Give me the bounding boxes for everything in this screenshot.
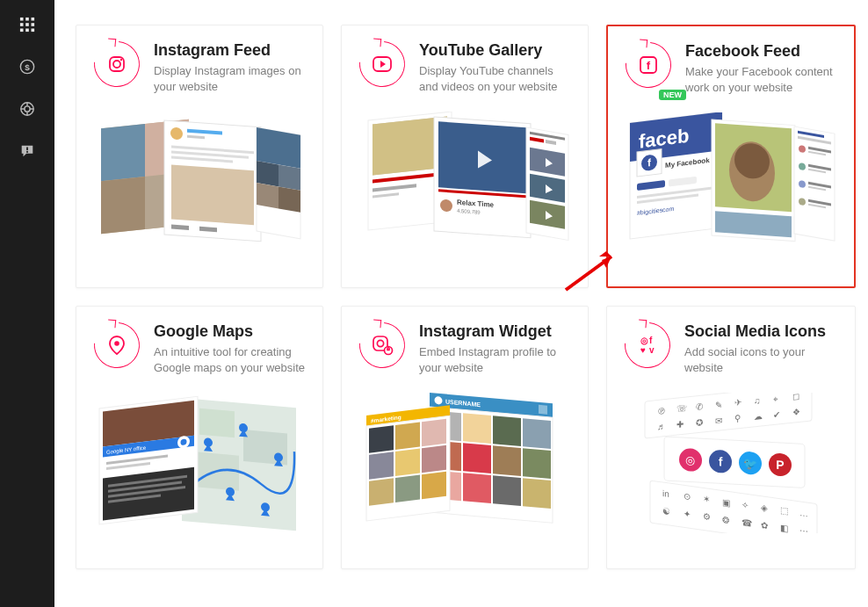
svg-rect-184 xyxy=(650,481,817,533)
svg-rect-4 xyxy=(25,23,29,26)
svg-text:✶: ✶ xyxy=(703,495,710,505)
svg-rect-2 xyxy=(32,18,35,21)
svg-rect-39 xyxy=(257,161,278,186)
svg-rect-151 xyxy=(369,479,394,506)
svg-rect-17 xyxy=(26,148,28,151)
lifebuoy-icon[interactable] xyxy=(18,100,36,118)
svg-rect-158 xyxy=(645,393,812,438)
card-preview: Google NY office xyxy=(94,388,305,538)
svg-rect-0 xyxy=(20,18,24,21)
svg-text:f: f xyxy=(649,336,653,345)
svg-point-20 xyxy=(113,61,120,68)
svg-rect-150 xyxy=(422,445,446,473)
svg-rect-147 xyxy=(422,419,446,446)
svg-text:♫: ♫ xyxy=(754,396,760,407)
svg-text:✿: ✿ xyxy=(761,520,768,531)
svg-point-98 xyxy=(114,341,119,346)
svg-rect-146 xyxy=(395,423,420,450)
card-desc: Make your Facebook content work on your … xyxy=(685,64,836,96)
svg-rect-3 xyxy=(20,23,24,26)
card-social-media-icons[interactable]: ◎f♥v Social Media Icons Add social icons… xyxy=(606,306,856,569)
svg-text:✪: ✪ xyxy=(696,417,703,428)
card-desc: Display Instagram images on your website xyxy=(154,63,305,95)
card-title: Google Maps xyxy=(154,322,305,341)
sidebar: $ xyxy=(0,0,54,607)
apps-icon[interactable] xyxy=(18,16,36,33)
svg-text:$: $ xyxy=(25,62,30,72)
svg-rect-128 xyxy=(539,405,547,415)
svg-text:⌖: ⌖ xyxy=(773,394,778,404)
svg-text:℗: ℗ xyxy=(657,406,666,416)
svg-text:✆: ✆ xyxy=(696,401,703,412)
instagram-icon xyxy=(94,41,140,87)
svg-point-122 xyxy=(377,340,383,346)
svg-text:▣: ▣ xyxy=(722,497,730,508)
svg-rect-40 xyxy=(278,165,300,191)
svg-rect-140 xyxy=(493,476,521,507)
svg-text:◻: ◻ xyxy=(792,393,799,401)
card-desc: Embed Instagram profile to your website xyxy=(419,344,570,376)
facebook-icon: f NEW xyxy=(626,42,671,88)
svg-text:⚲: ⚲ xyxy=(734,414,741,424)
svg-text:in: in xyxy=(662,488,669,499)
svg-rect-6 xyxy=(20,29,24,33)
svg-rect-135 xyxy=(463,444,491,474)
main-content: Instagram Feed Display Instagram images … xyxy=(54,0,868,607)
svg-text:❂: ❂ xyxy=(722,515,729,525)
svg-text:☁: ☁ xyxy=(754,411,763,422)
card-title: Social Media Icons xyxy=(684,322,837,341)
card-grid: Instagram Feed Display Instagram images … xyxy=(76,25,847,569)
svg-rect-148 xyxy=(369,452,394,480)
card-youtube-gallery[interactable]: YouTube Gallery Display YouTube channels… xyxy=(341,25,589,288)
svg-rect-42 xyxy=(278,187,300,213)
svg-text:…: … xyxy=(799,508,808,518)
card-preview xyxy=(94,107,305,257)
svg-text:f: f xyxy=(719,455,723,469)
card-facebook-feed[interactable]: f NEW Facebook Feed Make your Facebook c… xyxy=(606,25,856,288)
svg-text:✔: ✔ xyxy=(773,409,780,420)
card-preview: faceb f My Facebook #bigcitiescom xyxy=(626,108,836,257)
svg-rect-145 xyxy=(369,426,394,453)
card-google-maps[interactable]: Google Maps An intuitive tool for creati… xyxy=(76,306,323,569)
card-instagram-feed[interactable]: Instagram Feed Display Instagram images … xyxy=(76,25,323,288)
svg-text:◧: ◧ xyxy=(780,523,788,533)
svg-text:🐦: 🐦 xyxy=(743,456,758,472)
svg-rect-25 xyxy=(101,177,145,234)
card-desc: An intuitive tool for creating Google ma… xyxy=(154,344,305,376)
svg-rect-132 xyxy=(493,416,521,447)
svg-text:⊙: ⊙ xyxy=(684,492,691,502)
svg-text:◎: ◎ xyxy=(686,454,696,468)
card-preview: Relax Time4,509,789 xyxy=(359,107,570,257)
svg-rect-152 xyxy=(395,475,420,502)
svg-text:⬚: ⬚ xyxy=(780,505,788,516)
svg-text:✈: ✈ xyxy=(734,398,741,408)
svg-rect-18 xyxy=(26,151,28,153)
app-root: $ Instagram Feed Display Instagram image… xyxy=(0,0,868,607)
svg-rect-153 xyxy=(422,472,446,499)
svg-text:f: f xyxy=(647,59,651,72)
svg-text:☯: ☯ xyxy=(662,506,670,517)
svg-text:P: P xyxy=(776,458,784,472)
feedback-icon[interactable] xyxy=(18,142,36,160)
youtube-icon xyxy=(359,41,405,87)
svg-point-12 xyxy=(25,106,30,112)
svg-rect-7 xyxy=(25,29,29,33)
svg-text:✧: ✧ xyxy=(741,500,749,510)
dollar-icon[interactable]: $ xyxy=(18,58,36,76)
svg-text:✉: ✉ xyxy=(715,416,722,426)
new-badge: NEW xyxy=(659,90,686,100)
maps-icon xyxy=(94,322,140,368)
svg-text:♬: ♬ xyxy=(657,422,663,432)
svg-text:⋯: ⋯ xyxy=(799,525,808,533)
card-title: Instagram Widget xyxy=(419,322,570,341)
svg-text:❖: ❖ xyxy=(792,408,800,418)
svg-rect-137 xyxy=(523,449,551,480)
svg-text:v: v xyxy=(649,345,655,355)
svg-text:☎: ☎ xyxy=(741,517,752,529)
svg-rect-23 xyxy=(101,124,145,181)
card-instagram-widget[interactable]: Instagram Widget Embed Instagram profile… xyxy=(341,306,589,569)
svg-rect-131 xyxy=(463,414,491,444)
svg-text:✦: ✦ xyxy=(684,509,691,520)
svg-rect-149 xyxy=(395,449,420,476)
svg-point-21 xyxy=(120,59,122,61)
